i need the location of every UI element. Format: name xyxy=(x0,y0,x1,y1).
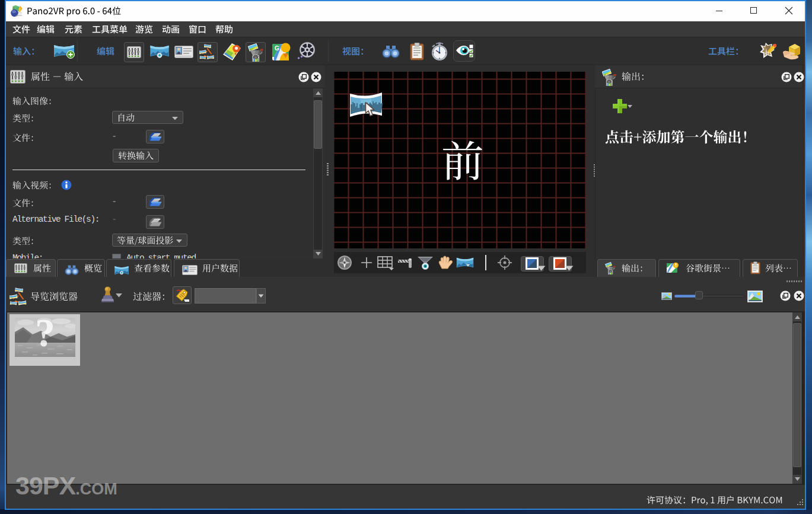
svg-text:G: G xyxy=(275,45,279,52)
svg-text:?: ? xyxy=(35,318,55,355)
